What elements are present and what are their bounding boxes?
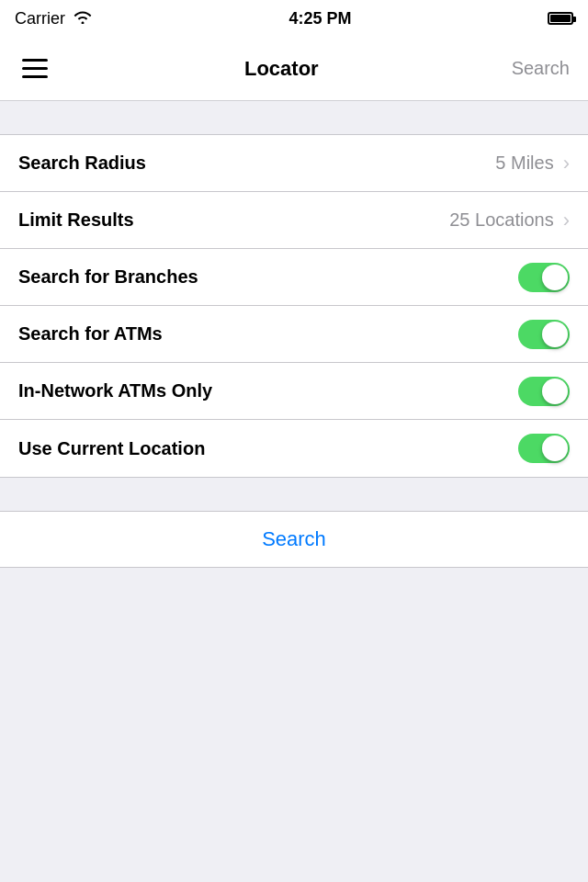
nav-title: Locator bbox=[244, 57, 319, 81]
search-atms-row: Search for ATMs bbox=[0, 306, 588, 363]
search-radius-chevron-icon: › bbox=[563, 152, 570, 175]
search-radius-right: 5 Miles › bbox=[495, 152, 570, 175]
search-branches-toggle-knob bbox=[542, 265, 568, 290]
hamburger-line-3 bbox=[22, 75, 48, 78]
use-current-location-toggle[interactable] bbox=[518, 434, 570, 463]
search-radius-row[interactable]: Search Radius 5 Miles › bbox=[0, 135, 588, 192]
use-current-location-label: Use Current Location bbox=[18, 438, 205, 459]
carrier-label: Carrier bbox=[15, 9, 65, 28]
in-network-atms-toggle-knob bbox=[542, 379, 568, 404]
section-spacer-top bbox=[0, 101, 588, 134]
limit-results-label: Limit Results bbox=[18, 209, 134, 231]
search-branches-label: Search for Branches bbox=[18, 266, 198, 288]
use-current-location-toggle-knob bbox=[542, 435, 568, 461]
search-action-row[interactable]: Search bbox=[0, 511, 588, 568]
status-bar: Carrier 4:25 PM bbox=[0, 0, 588, 37]
use-current-location-row: Use Current Location bbox=[0, 420, 588, 477]
menu-button[interactable] bbox=[18, 55, 51, 82]
limit-results-chevron-icon: › bbox=[563, 209, 570, 232]
hamburger-line-2 bbox=[22, 67, 48, 70]
settings-table: Search Radius 5 Miles › Limit Results 25… bbox=[0, 134, 588, 478]
search-atms-label: Search for ATMs bbox=[18, 323, 163, 345]
search-branches-toggle[interactable] bbox=[518, 263, 570, 292]
in-network-atms-row: In-Network ATMs Only bbox=[0, 363, 588, 420]
search-radius-label: Search Radius bbox=[18, 153, 146, 174]
in-network-atms-toggle[interactable] bbox=[518, 377, 570, 406]
search-branches-row: Search for Branches bbox=[0, 249, 588, 306]
nav-search-button[interactable]: Search bbox=[512, 58, 570, 79]
search-radius-value: 5 Miles bbox=[495, 153, 553, 174]
wifi-icon bbox=[73, 9, 93, 28]
battery-icon bbox=[548, 12, 573, 25]
limit-results-row[interactable]: Limit Results 25 Locations › bbox=[0, 192, 588, 249]
status-time: 4:25 PM bbox=[288, 9, 351, 28]
search-action-label: Search bbox=[262, 527, 326, 551]
nav-bar: Locator Search bbox=[0, 37, 588, 101]
search-atms-toggle-knob bbox=[542, 322, 568, 347]
in-network-atms-label: In-Network ATMs Only bbox=[18, 380, 212, 401]
bottom-spacer bbox=[0, 568, 588, 733]
limit-results-right: 25 Locations › bbox=[449, 209, 570, 232]
status-left: Carrier bbox=[15, 9, 93, 28]
limit-results-value: 25 Locations bbox=[449, 209, 553, 231]
hamburger-line-1 bbox=[22, 59, 48, 62]
search-atms-toggle[interactable] bbox=[518, 320, 570, 349]
status-right bbox=[548, 12, 573, 25]
